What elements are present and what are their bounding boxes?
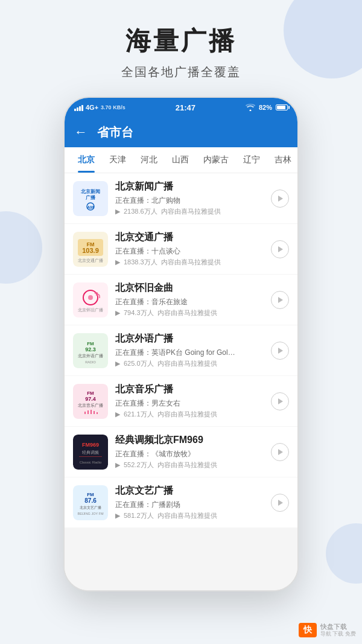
- play-button-music[interactable]: [271, 392, 289, 410]
- radio-stats-news: ▶ 2138.6万人 内容由喜马拉雅提供: [115, 207, 264, 216]
- play-icon-small-6: ▶: [115, 461, 120, 469]
- listener-count-art: 581.2万人: [124, 511, 154, 520]
- radio-name-fm969: 经典调频北京FM969: [115, 434, 264, 447]
- battery-percent: 82%: [259, 104, 272, 111]
- radio-info-foreign: 北京外语广播 正在直播：英语PK台 Going for Gol… ▶ 625.0…: [115, 333, 264, 368]
- hero-section: 海量广播 全国各地广播全覆盖: [0, 24, 362, 80]
- battery-fill: [277, 106, 285, 109]
- svg-text:92.3: 92.3: [85, 346, 96, 352]
- svg-marker-39: [278, 500, 283, 506]
- radio-logo-music: FM 97.4 北京音乐广播: [73, 384, 108, 419]
- wifi-icon: [246, 104, 255, 111]
- radio-logo-traffic: FM 103.9 北京交通广播: [73, 232, 108, 267]
- radio-logo-art: FM 87.6 北京文艺广播 BEIJING JOY FM: [73, 485, 108, 520]
- radio-stats-traffic: ▶ 1838.3万人 内容由喜马拉雅提供: [115, 258, 264, 267]
- tab-shanxi[interactable]: 山西: [165, 147, 196, 173]
- radio-live-news: 正在直播：北广购物: [115, 196, 264, 206]
- status-left: 4G+ 3.70 KB/s: [74, 104, 125, 111]
- listener-count-news: 2138.6万人: [124, 207, 157, 216]
- radio-name-foreign: 北京外语广播: [115, 333, 264, 345]
- tab-tianjin[interactable]: 天津: [102, 147, 133, 173]
- status-right: 82%: [246, 104, 288, 111]
- play-icon-traffic: [276, 246, 284, 253]
- svg-text:BEIJING JOY FM: BEIJING JOY FM: [78, 512, 104, 515]
- play-button-fm969[interactable]: [271, 443, 289, 461]
- play-icon-art: [276, 499, 284, 506]
- svg-text:北京文艺广播: 北京文艺广播: [80, 505, 101, 509]
- signal-bar-3: [79, 106, 81, 111]
- signal-bar-2: [77, 107, 78, 111]
- radio-item-news[interactable]: 北京新闻 广播 AM 北京新闻广播 正在直播：北广购物 ▶ 2138.6万人 内…: [65, 173, 297, 223]
- svg-text:FM: FM: [87, 492, 94, 497]
- play-icon-foreign: [276, 347, 284, 354]
- radio-item-traffic[interactable]: FM 103.9 北京交通广播 北京交通广播 正在直播：十点谈心 ▶ 1838.…: [65, 224, 297, 274]
- listener-count-fm969: 552.2万人: [124, 461, 154, 470]
- bg-decoration-bottom-right: [326, 523, 362, 584]
- svg-marker-33: [278, 449, 283, 455]
- radio-info-news: 北京新闻广播 正在直播：北广购物 ▶ 2138.6万人 内容由喜马拉雅提供: [115, 180, 264, 216]
- play-button-news[interactable]: [271, 190, 289, 208]
- tab-beijing[interactable]: 北京: [71, 147, 102, 173]
- svg-text:FM: FM: [87, 341, 94, 346]
- provider-news: 内容由喜马拉雅提供: [161, 207, 221, 216]
- svg-marker-22: [278, 348, 283, 354]
- battery-icon: [276, 104, 288, 110]
- nav-bar: ← 省市台: [65, 117, 297, 147]
- signal-bar-4: [81, 105, 83, 111]
- play-button-art[interactable]: [271, 494, 289, 512]
- radio-stats-oldies: ▶ 794.3万人 内容由喜马拉雅提供: [115, 308, 264, 317]
- radio-item-oldies[interactable]: 北京怀旧广播 北京怀旧金曲 正在直播：音乐在旅途 ▶ 794.3万人 内容由喜马…: [65, 275, 297, 325]
- tab-jilin[interactable]: 吉林: [267, 147, 297, 173]
- battery-tip: [288, 106, 290, 109]
- play-button-foreign[interactable]: [271, 342, 289, 360]
- listener-count-traffic: 1838.3万人: [124, 258, 157, 267]
- radio-item-art[interactable]: FM 87.6 北京文艺广播 BEIJING JOY FM 北京文艺广播 正在直…: [65, 477, 297, 528]
- svg-marker-11: [278, 246, 283, 252]
- provider-traffic: 内容由喜马拉雅提供: [161, 258, 221, 267]
- svg-text:AM: AM: [87, 205, 94, 209]
- provider-fm969: 内容由喜马拉雅提供: [157, 461, 217, 470]
- radio-info-oldies: 北京怀旧金曲 正在直播：音乐在旅途 ▶ 794.3万人 内容由喜马拉雅提供: [115, 282, 264, 317]
- svg-text:广播: 广播: [85, 194, 96, 200]
- radio-item-music[interactable]: FM 97.4 北京音乐广播 北京音乐广播 正在直播：男左女右 ▶ 621.1万…: [65, 376, 297, 426]
- radio-logo-fm969: FM969 经典调频 Classic Radio: [73, 435, 108, 470]
- svg-text:103.9: 103.9: [82, 247, 99, 254]
- play-icon-music: [276, 398, 284, 405]
- listener-count-foreign: 625.0万人: [124, 359, 154, 368]
- radio-item-foreign[interactable]: FM 92.3 北京外语广播 RADIO 北京外语广播 正在直播：英语PK台 G…: [65, 325, 297, 375]
- radio-info-music: 北京音乐广播 正在直播：男左女右 ▶ 621.1万人 内容由喜马拉雅提供: [115, 383, 264, 419]
- play-button-traffic[interactable]: [271, 240, 289, 258]
- back-button[interactable]: ←: [74, 124, 87, 140]
- radio-info-art: 北京文艺广播 正在直播：广播剧场 ▶ 581.2万人 内容由喜马拉雅提供: [115, 485, 264, 520]
- status-time: 21:47: [176, 103, 195, 112]
- tabs-bar: 北京 天津 河北 山西 内蒙古 辽宁 吉林: [65, 147, 297, 173]
- play-icon-small-7: ▶: [115, 512, 120, 520]
- watermark-logo: 快: [299, 623, 317, 637]
- radio-info-fm969: 经典调频北京FM969 正在直播：《城市放牧》 ▶ 552.2万人 内容由喜马拉…: [115, 434, 264, 470]
- signal-icon: [74, 104, 83, 111]
- svg-text:RADIO: RADIO: [85, 360, 96, 364]
- radio-stats-foreign: ▶ 625.0万人 内容由喜马拉雅提供: [115, 359, 264, 368]
- play-icon-small-2: ▶: [115, 258, 120, 266]
- provider-oldies: 内容由喜马拉雅提供: [157, 308, 217, 317]
- watermark: 快 快盘下载 导航 下载 免费: [299, 622, 356, 638]
- svg-text:Classic Radio: Classic Radio: [80, 461, 102, 464]
- radio-live-traffic: 正在直播：十点谈心: [115, 246, 264, 257]
- svg-text:北京新闻: 北京新闻: [80, 188, 100, 194]
- listener-count-oldies: 794.3万人: [124, 308, 154, 317]
- tab-hebei[interactable]: 河北: [133, 147, 165, 173]
- tab-liaoning[interactable]: 辽宁: [236, 147, 267, 173]
- play-button-oldies[interactable]: [271, 291, 289, 309]
- radio-name-news: 北京新闻广播: [115, 180, 264, 193]
- svg-marker-16: [278, 297, 283, 303]
- radio-name-oldies: 北京怀旧金曲: [115, 282, 264, 295]
- radio-logo-news: 北京新闻 广播 AM: [73, 181, 108, 216]
- radio-live-music: 正在直播：男左女右: [115, 398, 264, 409]
- play-icon-small-5: ▶: [115, 410, 120, 418]
- status-bar: 4G+ 3.70 KB/s 21:47 82%: [65, 98, 297, 117]
- radio-stats-art: ▶ 581.2万人 内容由喜马拉雅提供: [115, 511, 264, 520]
- tab-neimenggu[interactable]: 内蒙古: [196, 147, 236, 173]
- radio-item-fm969[interactable]: FM969 经典调频 Classic Radio 经典调频北京FM969 正在直…: [65, 427, 297, 477]
- play-icon-small-4: ▶: [115, 360, 120, 368]
- network-type: 4G+: [86, 104, 98, 111]
